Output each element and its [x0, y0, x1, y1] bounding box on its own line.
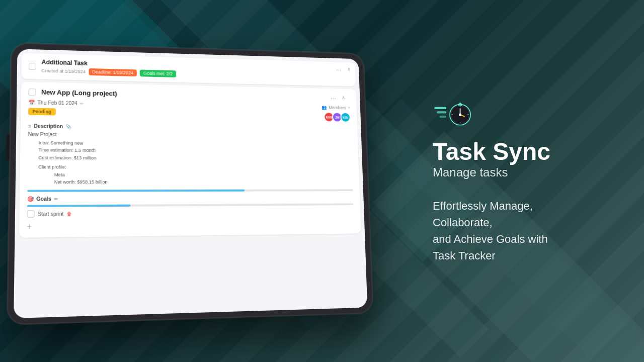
goals-label: Goals: [36, 196, 51, 202]
project-checkbox[interactable]: [29, 88, 36, 96]
project-card: New App (Long project) ··· ∧ 📅 Thu Feb 0…: [19, 82, 361, 238]
svg-rect-1: [437, 111, 446, 113]
edit-date-icon[interactable]: ✏: [80, 101, 84, 106]
client-label: Client profile:: [38, 164, 66, 169]
goals-badge: Goals met: 2/2: [140, 70, 176, 77]
add-member-icon[interactable]: +: [348, 106, 350, 110]
goals-edit-icon[interactable]: ✏: [54, 197, 58, 202]
description-edit-icon[interactable]: 📎: [65, 124, 71, 129]
svg-rect-2: [439, 116, 446, 118]
tablet-screen: Additional Task Created at 1/19/2024 Dea…: [14, 49, 367, 318]
avatar-3: KBi: [340, 112, 351, 123]
member-avatars: KMi JM KBi: [324, 112, 351, 123]
members-label: 👥 Members +: [321, 105, 350, 110]
task-created: Created at 1/19/2024: [41, 68, 86, 74]
description-section: ≡ Description 📎 New Project Idea: Someth…: [27, 123, 353, 186]
task-info: Additional Task Created at 1/19/2024 Dea…: [41, 59, 349, 82]
tagline: Effortlessly Manage, Collaborate, and Ac…: [433, 197, 614, 263]
sprint-delete-icon[interactable]: 🗑: [67, 211, 72, 217]
sprint-item: Start sprint 🗑: [27, 208, 354, 218]
goal-progress-bar: [27, 204, 354, 208]
project-name: New App (Long project): [41, 88, 117, 98]
add-goal-button[interactable]: +: [27, 219, 354, 232]
right-panel: Task Sync Manage tasks Effortlessly Mana…: [433, 99, 614, 264]
tagline-line3: and Achieve Goals with: [433, 232, 548, 245]
svg-rect-0: [434, 107, 446, 109]
net-worth: Net worth: $958.15 billion: [54, 178, 353, 186]
progress-bar-container: [27, 190, 353, 192]
tablet-frame: Additional Task Created at 1/19/2024 Dea…: [7, 43, 373, 325]
deadline-badge: Deadline: 1/19/2024: [89, 68, 137, 76]
desc-client: Client profile:: [38, 163, 352, 171]
goals-icon: 🎯: [27, 196, 34, 202]
tablet-device: Additional Task Created at 1/19/2024 Dea…: [7, 43, 373, 325]
project-details: 📅 Thu Feb 01 2024 ✏ Pending 👥 Members +: [28, 100, 351, 123]
tagline-line4: Task Tracker: [433, 249, 496, 261]
tagline-line2: Collaborate,: [433, 216, 493, 228]
tagline-line1: Effortlessly Manage,: [433, 199, 533, 212]
chevron-up-icon[interactable]: ∧: [347, 66, 351, 72]
goal-progress-fill: [27, 205, 130, 207]
goals-section: 🎯 Goals ✏ Start sprint 🗑 +: [27, 195, 354, 231]
description-header: ≡ Description 📎: [28, 123, 351, 133]
client-name: Meta: [54, 171, 353, 178]
desc-table: Idea: Something new Time estimation: 1.5…: [38, 139, 353, 186]
project-more-button[interactable]: ···: [331, 95, 336, 102]
project-header: New App (Long project) ··· ∧: [29, 88, 350, 102]
app-logo: [433, 99, 473, 129]
description-icon: ≡: [28, 123, 31, 129]
desc-project-title: New Project: [28, 131, 352, 140]
additional-task-card[interactable]: Additional Task Created at 1/19/2024 Dea…: [21, 53, 356, 86]
task-checkbox[interactable]: [29, 62, 36, 69]
goals-header: 🎯 Goals ✏: [27, 195, 353, 202]
calendar-icon: 📅: [28, 100, 35, 105]
sprint-label: Start sprint: [38, 211, 64, 217]
svg-point-9: [459, 114, 461, 116]
app-title: Task Sync: [433, 139, 614, 165]
logo-area: [433, 99, 614, 129]
members-section: 👥 Members + KMi JM KBi: [197, 103, 351, 122]
app-content: Additional Task Created at 1/19/2024 Dea…: [14, 49, 367, 318]
members-icon: 👥: [321, 105, 327, 110]
status-badge: Pending: [28, 108, 55, 116]
progress-bar: [27, 190, 245, 192]
svg-rect-6: [459, 103, 461, 104]
app-subtitle: Manage tasks: [433, 165, 614, 179]
desc-cost: Cost estimation: $13 million: [38, 154, 352, 163]
date-row: 📅 Thu Feb 01 2024 ✏: [28, 100, 193, 108]
project-date: Thu Feb 01 2024: [37, 100, 77, 106]
sprint-checkbox[interactable]: [27, 210, 35, 218]
more-button[interactable]: ···: [336, 66, 342, 73]
project-chevron-icon[interactable]: ∧: [342, 95, 346, 101]
detail-left: 📅 Thu Feb 01 2024 ✏ Pending: [28, 100, 194, 120]
